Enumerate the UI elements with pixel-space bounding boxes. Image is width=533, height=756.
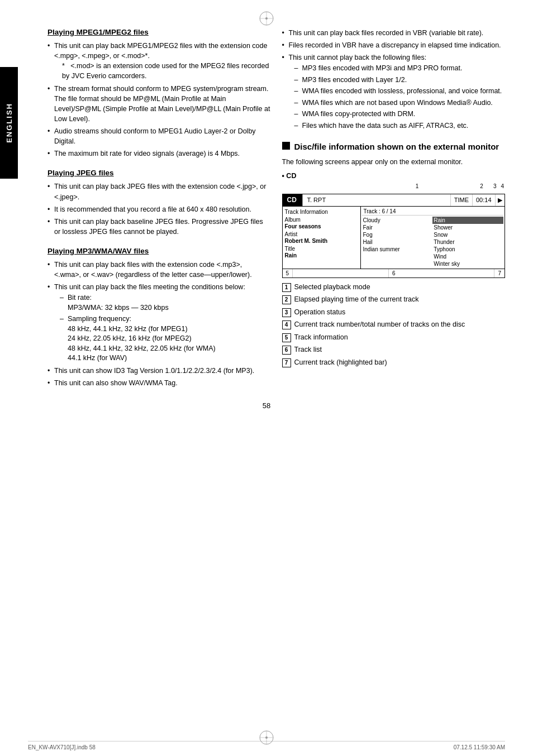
legend-item-5: 5 Track information [282, 333, 506, 343]
bottom-num-5: 5 [283, 269, 293, 277]
indent-note: * <.mod> is an extension code used for t… [54, 61, 271, 81]
right-column: This unit can play back files recorded i… [282, 28, 506, 390]
tracks-left: Cloudy Fair Fog Hail Indian summer [362, 217, 433, 267]
corner-num-4: 4 [501, 183, 504, 189]
legend-num: 6 [282, 346, 291, 355]
legend-num: 3 [282, 308, 291, 317]
title-label: Title [285, 246, 358, 252]
legend-num: 1 [282, 283, 291, 292]
legend-num: 4 [282, 320, 291, 329]
cannot-play-list: MP3 files encoded with MP3i and MP3 PRO … [289, 64, 506, 131]
bottom-spacer2 [399, 269, 494, 277]
left-column: Playing MPEG1/MPEG2 files This unit can … [47, 28, 271, 390]
legend-text: Track list [294, 345, 322, 355]
cd-play-icon: ▶ [495, 194, 505, 206]
cd-label: • CD [282, 172, 506, 180]
track-item: Indian summer [362, 246, 433, 253]
list-item: Audio streams should conform to MPEG1 Au… [47, 126, 271, 146]
list-item: This unit can also show WAV/WMA Tag. [47, 378, 271, 388]
legend-item-2: 2 Elapsed playing time of the current tr… [282, 295, 506, 305]
list-item: This unit can show ID3 Tag Version 1.0/1… [47, 366, 271, 376]
tracks-container: Cloudy Fair Fog Hail Indian summer Rain … [362, 217, 504, 267]
legend-text: Track information [294, 333, 348, 343]
cd-body: Track Information Album Four seasons Art… [283, 207, 505, 269]
legend-list: 1 Selected playback mode 2 Elapsed playi… [282, 283, 506, 368]
list-item: Files recorded in VBR have a discrepancy… [282, 40, 506, 50]
page-number: 58 [28, 401, 505, 415]
artist-label: Artist [285, 231, 358, 237]
cd-bottom-bar: 5 6 7 [283, 269, 505, 277]
album-label: Album [285, 217, 358, 223]
cd-track-info: Track Information Album Four seasons Art… [283, 207, 361, 269]
track-item: Snow [432, 231, 503, 238]
footer-right: 07.12.5 11:59:30 AM [454, 744, 505, 750]
tracks-right: Rain Shower Snow Thunder Typhoon Wind Wi… [432, 217, 503, 267]
cd-corner-row: 1 2 3 4 [282, 183, 506, 189]
jpeg-list: This unit can play back JPEG files with … [47, 181, 271, 237]
cd-top-bar: CD T. RPT TIME 00:14 ▶ [283, 194, 505, 207]
list-item: WMA files encoded with lossless, profess… [294, 87, 506, 97]
legend-item-3: 3 Operation status [282, 308, 506, 318]
legend-text: Current track number/total number of tra… [294, 320, 465, 330]
list-item: This unit can play back MPEG1/MPEG2 file… [47, 41, 271, 82]
cd-label-cell: CD [283, 194, 303, 206]
list-item: The stream format should conform to MPEG… [47, 84, 271, 125]
track-item: Cloudy [362, 217, 433, 224]
bottom-num-6: 6 [388, 269, 399, 277]
list-item: This unit can play back JPEG files with … [47, 181, 271, 202]
track-info-label: Track Information [285, 209, 358, 215]
track-item: Wind [432, 253, 503, 260]
cd-diagram-wrapper: 1 2 3 4 CD T. RPT TIME [282, 183, 506, 278]
right-top-list: This unit can play back files recorded i… [282, 28, 506, 131]
list-item: The maximum bit rate for video signals (… [47, 149, 271, 159]
track-item: Fair [362, 224, 433, 231]
legend-item-6: 6 Track list [282, 345, 506, 355]
cd-time-label-cell: TIME [451, 194, 473, 206]
legend-text: Current track (highlighted bar) [294, 358, 387, 368]
main-content: Playing MPEG1/MPEG2 files This unit can … [28, 28, 505, 390]
track-item: Winter sky [432, 260, 503, 267]
cd-mode-cell: T. RPT [303, 194, 451, 206]
legend-text: Selected playback mode [294, 283, 370, 293]
track-header: Track : 6 / 14 [362, 208, 504, 216]
list-item: Sampling frequency:48 kHz, 44.1 kHz, 32 … [60, 314, 271, 363]
list-item: Files which have the data such as AIFF, … [294, 121, 506, 131]
legend-item-4: 4 Current track number/total number of t… [282, 320, 506, 330]
corner-num-2: 2 [480, 183, 483, 189]
conditions-list: Bit rate:MP3/WMA: 32 kbps — 320 kbps Sam… [54, 293, 271, 363]
list-item: This unit can play back baseline JPEG fi… [47, 217, 271, 237]
artist-value: Robert M. Smith [285, 238, 358, 244]
mp3-list: This unit can play back files with the e… [47, 260, 271, 388]
track-item: Typhoon [432, 246, 503, 253]
corner-num-1: 1 [416, 183, 419, 189]
black-square-icon [282, 142, 290, 150]
jpeg-section-title: Playing JPEG files [47, 169, 271, 177]
legend-num: 2 [282, 295, 291, 304]
legend-item-7: 7 Current track (highlighted bar) [282, 358, 506, 368]
cd-time-value-cell: 00:14 [473, 194, 495, 206]
track-item-highlighted: Rain [432, 217, 503, 224]
track-item: Shower [432, 224, 503, 231]
svg-point-7 [265, 736, 268, 739]
list-item: MP3 files encoded with Layer 1/2. [294, 75, 506, 85]
mpeg-list: This unit can play back MPEG1/MPEG2 file… [47, 41, 271, 159]
list-item: This unit can play back files with the e… [47, 260, 271, 280]
track-item: Fog [362, 231, 433, 238]
track-item: Hail [362, 238, 433, 246]
mp3-section-title: Playing MP3/WMA/WAV files [47, 247, 271, 255]
legend-text: Operation status [294, 308, 346, 318]
page-content: Playing MPEG1/MPEG2 files This unit can … [0, 0, 533, 756]
mpeg-section-title: Playing MPEG1/MPEG2 files [47, 28, 271, 36]
footer-left: EN_KW-AVX710[J].indb 58 [28, 744, 96, 750]
disc-section-title: Disc/file information shown on the exter… [282, 141, 506, 152]
list-item: It is recommended that you record a file… [47, 204, 271, 214]
list-item: MP3 files encoded with MP3i and MP3 PRO … [294, 64, 506, 74]
list-item: This unit can play back files recorded i… [282, 28, 506, 38]
bottom-compass-decoration [258, 729, 275, 746]
list-item: WMA files copy-protected with DRM. [294, 109, 506, 119]
list-item: This unit can play back the files meetin… [47, 282, 271, 363]
track-item: Thunder [432, 238, 503, 246]
legend-num: 7 [282, 358, 291, 367]
section-intro: The following screens appear only on the… [282, 157, 506, 167]
bottom-spacer [293, 269, 388, 277]
